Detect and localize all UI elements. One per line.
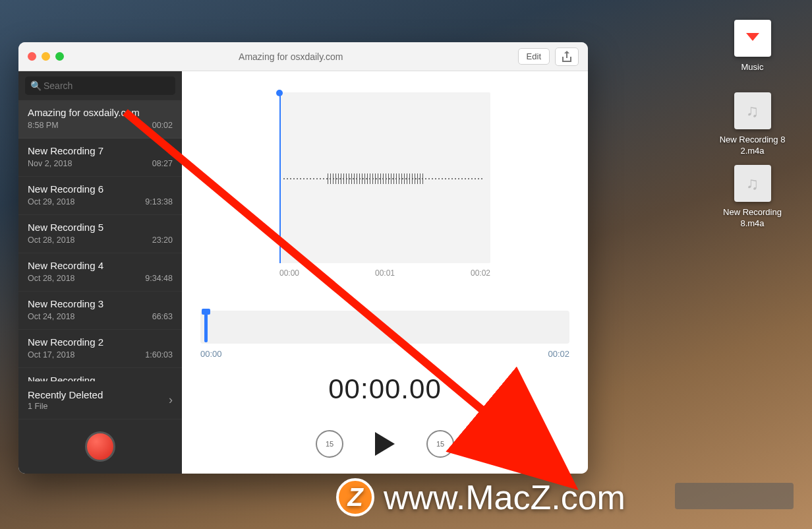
recordings-list[interactable]: Amazing for osxdaily.com8:58 PM00:02New … bbox=[18, 100, 182, 381]
time-ticks: 00:00 00:01 00:02 bbox=[279, 268, 490, 278]
recording-item[interactable]: New Recording 6Oct 29, 20189:13:38 bbox=[18, 177, 182, 215]
folder-icon bbox=[734, 20, 771, 57]
recording-duration: 9:34:48 bbox=[145, 274, 173, 283]
tick-label: 00:01 bbox=[375, 268, 395, 278]
recording-item[interactable]: New Recording 7Nov 2, 201808:27 bbox=[18, 139, 182, 177]
recording-date: Nov 2, 2018 bbox=[28, 159, 72, 168]
recording-duration: 66:63 bbox=[152, 312, 173, 321]
recently-deleted-label: Recently Deleted bbox=[28, 389, 103, 400]
recording-date: Oct 29, 2018 bbox=[28, 197, 75, 206]
audio-file-icon: ♫ bbox=[734, 165, 771, 202]
recording-date: 8:58 PM bbox=[28, 121, 59, 130]
recording-item[interactable]: New Recording 2Oct 17, 20181:60:03 bbox=[18, 330, 182, 368]
sidebar: 🔍 Amazing for osxdaily.com8:58 PM00:02Ne… bbox=[18, 71, 182, 474]
recording-title: New Recording bbox=[28, 375, 173, 381]
play-button[interactable] bbox=[375, 432, 395, 456]
playhead-line bbox=[279, 92, 281, 263]
watermark-badge-icon: Z bbox=[336, 478, 374, 516]
recording-duration: 23:20 bbox=[152, 235, 173, 245]
recently-deleted-count: 1 File bbox=[28, 402, 103, 411]
search-input[interactable] bbox=[25, 77, 175, 95]
tick-label: 00:02 bbox=[471, 268, 490, 278]
voice-memos-window: Amazing for osxdaily.com Edit 🔍 Amazing … bbox=[18, 42, 588, 474]
recording-item[interactable]: New RecordingOct 16, 201844:49 bbox=[18, 368, 182, 381]
recording-title: New Recording 2 bbox=[28, 336, 173, 348]
edit-button[interactable]: Edit bbox=[518, 48, 550, 65]
record-button[interactable] bbox=[85, 431, 115, 462]
playback-controls: 15 15 bbox=[316, 430, 454, 458]
recording-item[interactable]: New Recording 3Oct 24, 201866:63 bbox=[18, 292, 182, 330]
desktop-folder-music[interactable]: Music bbox=[711, 20, 794, 73]
close-icon[interactable] bbox=[28, 52, 36, 61]
recording-item[interactable]: New Recording 5Oct 28, 201823:20 bbox=[18, 215, 182, 253]
desktop-label: Music bbox=[711, 62, 794, 73]
playback-time: 00:00.00 bbox=[328, 373, 442, 405]
share-icon bbox=[562, 51, 572, 63]
recording-title: New Recording 5 bbox=[28, 222, 173, 233]
desktop-label: New Recording 8 2.m4a bbox=[711, 135, 794, 157]
recording-item[interactable]: Amazing for osxdaily.com8:58 PM00:02 bbox=[18, 100, 182, 139]
main-pane: 00:00 00:01 00:02 00:00 00:02 00:00.00 1… bbox=[182, 71, 588, 474]
recording-duration: 1:60:03 bbox=[145, 350, 173, 359]
minimize-icon[interactable] bbox=[42, 52, 50, 61]
chevron-right-icon: › bbox=[169, 393, 173, 407]
scrubber-playhead-icon[interactable] bbox=[204, 313, 208, 342]
tick-label: 00:00 bbox=[279, 268, 299, 278]
recording-date: Oct 24, 2018 bbox=[28, 312, 75, 321]
recording-duration: 08:27 bbox=[152, 159, 173, 168]
skip-forward-button[interactable]: 15 bbox=[426, 430, 454, 458]
recording-item[interactable]: New Recording 4Oct 28, 20189:34:48 bbox=[18, 253, 182, 292]
recording-title: Amazing for osxdaily.com bbox=[28, 107, 173, 118]
desktop-dragged-file[interactable] bbox=[675, 483, 794, 509]
scrubber-end-label: 00:02 bbox=[548, 349, 569, 359]
desktop-file-rec82[interactable]: ♫ New Recording 8 2.m4a bbox=[711, 92, 794, 157]
audio-file-icon: ♫ bbox=[734, 92, 771, 129]
waveform-overview[interactable]: 00:00 00:01 00:02 bbox=[279, 92, 490, 263]
search-icon: 🔍 bbox=[30, 80, 42, 91]
desktop-label: New Recording 8.m4a bbox=[711, 207, 794, 230]
recording-title: New Recording 6 bbox=[28, 183, 173, 195]
recording-date: Oct 28, 2018 bbox=[28, 274, 75, 283]
recording-date: Oct 28, 2018 bbox=[28, 235, 75, 245]
skip-back-button[interactable]: 15 bbox=[316, 430, 343, 458]
waveform-icon bbox=[283, 178, 484, 179]
recording-title: New Recording 7 bbox=[28, 145, 173, 156]
recording-duration: 00:02 bbox=[152, 121, 173, 130]
window-title: Amazing for osxdaily.com bbox=[64, 51, 518, 62]
recording-duration: 9:13:38 bbox=[145, 197, 173, 206]
recording-title: New Recording 3 bbox=[28, 298, 173, 309]
watermark-text: www.MacZ.com bbox=[384, 478, 625, 517]
scrubber-bar[interactable] bbox=[200, 311, 569, 344]
maximize-icon[interactable] bbox=[55, 52, 64, 61]
recently-deleted[interactable]: Recently Deleted 1 File › bbox=[18, 381, 182, 420]
watermark: Z www.MacZ.com bbox=[336, 478, 625, 517]
share-button[interactable] bbox=[555, 47, 579, 66]
recording-date: Oct 17, 2018 bbox=[28, 350, 75, 359]
desktop-file-rec8[interactable]: ♫ New Recording 8.m4a bbox=[711, 165, 794, 230]
recording-title: New Recording 4 bbox=[28, 260, 173, 271]
titlebar: Amazing for osxdaily.com Edit bbox=[18, 42, 588, 71]
scrubber-start-label: 00:00 bbox=[200, 349, 222, 359]
